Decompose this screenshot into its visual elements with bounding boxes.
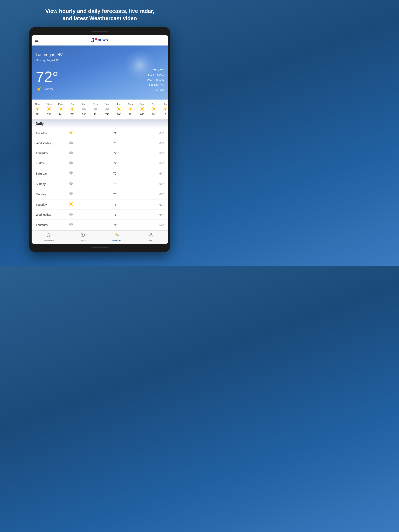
svg-line-90 <box>155 110 155 111</box>
daily-high: 70° <box>77 182 153 186</box>
nav-item-weather[interactable]: Weather <box>100 232 134 242</box>
daily-row: Tuesday 71° 67° <box>32 128 168 138</box>
svg-line-14 <box>36 107 36 108</box>
hamburger-icon[interactable]: ☰ <box>35 38 39 43</box>
hourly-item: 1pm 73° <box>78 102 90 117</box>
hourly-temp: 71° <box>104 113 111 116</box>
svg-point-93 <box>164 108 166 110</box>
daily-low: 67° <box>153 132 164 135</box>
weather-date: Monday, August 12 <box>36 59 164 62</box>
hourly-section: Now 72° 10am 72° 11a <box>32 100 168 120</box>
hourly-weather-icon <box>92 107 99 112</box>
hourly-temp: 74° <box>57 113 64 116</box>
daily-row: Thursday 71° 64° <box>32 220 168 230</box>
svg-line-82 <box>143 107 144 108</box>
daily-day: Wednesday <box>36 213 65 216</box>
svg-line-23 <box>47 107 48 108</box>
svg-point-122 <box>70 161 72 163</box>
hourly-weather-icon <box>115 107 122 112</box>
daily-low: 64° <box>153 172 164 175</box>
svg-point-126 <box>70 171 72 173</box>
svg-point-75 <box>141 108 143 110</box>
svg-point-0 <box>38 88 40 91</box>
logo-number: 3 <box>91 37 95 44</box>
daily-day: Thursday <box>36 223 65 227</box>
hourly-weather-icon <box>57 107 64 112</box>
svg-line-101 <box>164 110 164 111</box>
svg-line-65 <box>117 110 118 111</box>
hourly-time: 5pm <box>127 103 134 105</box>
daily-icon <box>65 202 77 207</box>
svg-line-35 <box>59 110 59 111</box>
svg-line-72 <box>132 110 132 111</box>
svg-line-89 <box>152 107 152 108</box>
svg-line-16 <box>39 107 39 108</box>
daily-low: 64° <box>153 161 164 165</box>
svg-line-26 <box>47 110 48 111</box>
hourly-weather-icon <box>46 107 52 112</box>
daily-high: 71° <box>77 213 153 216</box>
svg-line-63 <box>120 110 120 111</box>
hourly-time: 2pm <box>92 103 99 105</box>
svg-line-148 <box>72 203 73 203</box>
hourly-weather-icon <box>127 107 134 112</box>
svg-line-64 <box>120 107 120 108</box>
svg-line-107 <box>70 131 70 131</box>
hourly-item: 4pm 70° <box>113 102 125 117</box>
hourly-item: 10am 72° <box>43 102 55 117</box>
nav-item-newsfeed[interactable]: Newsfeed <box>32 232 66 242</box>
nav-item-watch[interactable]: Watch <box>66 232 100 242</box>
hourly-item: 11am 74° <box>55 102 66 117</box>
daily-icon <box>65 130 77 136</box>
condition-text: Sunny <box>44 87 53 91</box>
svg-point-9 <box>36 108 38 110</box>
daily-day: Thursday <box>36 152 65 155</box>
hourly-time: 3pm <box>104 103 111 105</box>
daily-header: Daily <box>32 120 168 128</box>
daily-label: Daily <box>36 122 44 126</box>
hourly-item: Now 72° <box>32 102 43 117</box>
svg-point-36 <box>71 108 73 110</box>
hourly-time: 6pm <box>139 103 146 105</box>
temp-section: 72° <box>36 70 58 92</box>
svg-point-114 <box>70 141 72 143</box>
nav-weather-icon <box>114 232 119 239</box>
svg-point-66 <box>129 108 132 110</box>
daily-low: 65° <box>153 193 164 196</box>
svg-line-108 <box>72 134 73 134</box>
daily-day: Friday <box>36 161 65 165</box>
svg-line-8 <box>37 91 37 91</box>
svg-line-7 <box>40 87 41 88</box>
svg-line-109 <box>72 131 73 131</box>
headline-text2: and latest Weathercast video <box>63 15 137 21</box>
svg-line-43 <box>74 107 74 108</box>
hourly-temp: 6 <box>162 113 168 116</box>
hourly-temp: 75° <box>69 113 76 116</box>
daily-icon <box>65 212 77 217</box>
sun-icon <box>36 86 42 92</box>
svg-line-71 <box>129 107 129 108</box>
svg-point-170 <box>117 234 119 236</box>
nav-item-me[interactable]: Me <box>134 232 168 242</box>
nav-person-icon <box>148 232 153 239</box>
weather-details: 72° / 67° Precip: 100% Wind: 30 mph Humi… <box>147 68 164 92</box>
daily-day: Monday <box>36 193 65 196</box>
svg-line-44 <box>71 110 71 111</box>
daily-day: Wednesday <box>36 141 65 145</box>
hourly-time: 4pm <box>115 103 122 105</box>
daily-high: 70° <box>77 193 153 196</box>
svg-line-127 <box>70 174 70 175</box>
hourly-item: 7pm 68° <box>148 102 160 117</box>
daily-row: Tuesday 73° 67° <box>32 200 168 210</box>
daily-low: 64° <box>153 213 164 216</box>
hourly-item: 6pm 69° <box>136 102 148 117</box>
city-name: Las Vegas, NV <box>36 50 164 58</box>
svg-line-81 <box>143 110 144 111</box>
hourly-time: 7pm <box>151 103 157 105</box>
daily-high: 70° <box>77 172 153 175</box>
nav-label: Watch <box>80 239 86 242</box>
svg-line-147 <box>72 205 73 206</box>
hourly-time: 8p <box>162 103 168 105</box>
svg-line-129 <box>72 174 72 175</box>
daily-row: Thursday 72° 65° <box>32 148 168 158</box>
